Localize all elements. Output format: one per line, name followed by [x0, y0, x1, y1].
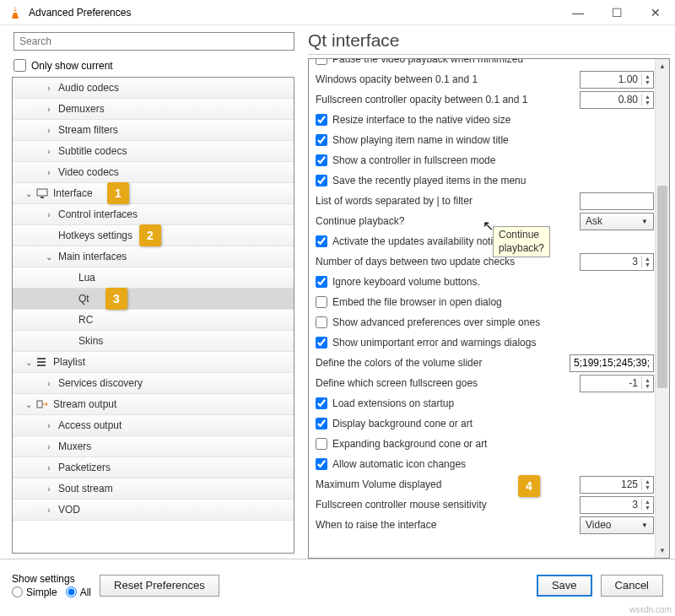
- tree-row-packetizers[interactable]: ›Packetizers: [13, 457, 294, 478]
- chevron-icon[interactable]: ›: [43, 168, 55, 177]
- checkbox-activate_upd[interactable]: [316, 235, 327, 247]
- checkbox-resize[interactable]: [316, 114, 327, 126]
- tree-row-stream-output[interactable]: ⌄Stream output: [13, 394, 294, 415]
- textbox-filter[interactable]: [580, 192, 654, 210]
- spin-up-icon[interactable]: ▲: [642, 377, 653, 383]
- tree-row-playlist[interactable]: ⌄Playlist: [13, 352, 294, 373]
- checkbox-adv_pref[interactable]: [316, 316, 327, 328]
- checkbox-ignore_kb[interactable]: [316, 276, 327, 288]
- spin-down-icon[interactable]: ▼: [642, 484, 653, 490]
- chevron-icon[interactable]: ›: [43, 147, 55, 156]
- tree-row-audio-codecs[interactable]: ›Audio codecs: [13, 78, 294, 99]
- chevron-icon[interactable]: ⌄: [23, 400, 35, 409]
- opt-ignore_kb: Ignore keyboard volume buttons.: [316, 272, 654, 292]
- chevron-icon[interactable]: ›: [43, 105, 55, 114]
- checkbox-show_ctrl_fs[interactable]: [316, 154, 327, 166]
- tree-row-main-interfaces[interactable]: ⌄Main interfaces: [13, 246, 294, 267]
- opt-exp_bg: Expanding background cone or art: [316, 434, 654, 454]
- spinbox-fs_screen[interactable]: -1▲▼: [580, 375, 654, 392]
- opt-embed: Embed the file browser in open dialog: [316, 292, 654, 312]
- spin-down-icon[interactable]: ▼: [642, 262, 653, 267]
- save-button[interactable]: Save: [537, 575, 592, 597]
- search-input[interactable]: [14, 32, 294, 51]
- tree-row-lua[interactable]: Lua: [13, 267, 294, 289]
- settings-panel: Pause the video playback when minimizedW…: [308, 58, 670, 559]
- checkbox-unimportant[interactable]: [316, 337, 327, 349]
- checkbox-show_name[interactable]: [316, 134, 327, 146]
- checkbox-pause_min[interactable]: [316, 59, 327, 65]
- scroll-down-icon[interactable]: ▼: [656, 543, 669, 558]
- tree-row-demuxers[interactable]: ›Demuxers: [13, 99, 294, 120]
- tree-row-video-codecs[interactable]: ›Video codecs: [13, 162, 294, 183]
- spinbox-days[interactable]: 3▲▼: [580, 253, 654, 271]
- spinbox-max_vol[interactable]: 125▲▼: [580, 476, 654, 494]
- tree-row-subtitle-codecs[interactable]: ›Subtitle codecs: [13, 141, 294, 162]
- spin-up-icon[interactable]: ▲: [642, 256, 653, 262]
- tree-row-muxers[interactable]: ›Muxers: [13, 436, 294, 457]
- tree-row-vod[interactable]: ›VOD: [13, 500, 294, 521]
- tree-row-control-interfaces[interactable]: ›Control interfaces: [13, 204, 294, 225]
- only-show-current[interactable]: Only show current: [14, 59, 298, 72]
- chevron-icon[interactable]: ›: [43, 210, 55, 219]
- spin-down-icon[interactable]: ▼: [642, 505, 653, 511]
- tree-row-services-discovery[interactable]: ›Services discovery: [13, 373, 294, 394]
- tree-row-interface[interactable]: ⌄Interface1: [13, 183, 294, 204]
- label-mouse_sens: Fullscreen controller mouse sensitivity: [316, 499, 575, 511]
- checkbox-save_recent[interactable]: [316, 175, 327, 186]
- radio-simple[interactable]: Simple: [12, 586, 57, 598]
- tree-row-hotkeys-settings[interactable]: Hotkeys settings2: [13, 225, 294, 246]
- radio-all[interactable]: All: [66, 586, 91, 598]
- scroll-up-icon[interactable]: ▲: [656, 59, 669, 73]
- combo-cont_play[interactable]: Ask▼: [580, 213, 654, 230]
- tree-label: Control interfaces: [55, 208, 138, 220]
- spinbox-fs_opacity[interactable]: 0.80▲▼: [580, 91, 654, 109]
- cancel-button[interactable]: Cancel: [601, 575, 663, 597]
- tree-label: Services discovery: [55, 377, 143, 389]
- chevron-icon[interactable]: ⌄: [23, 358, 35, 367]
- checkbox-bg_cone[interactable]: [316, 418, 327, 430]
- spin-down-icon[interactable]: ▼: [642, 79, 653, 85]
- chevron-icon[interactable]: ›: [43, 463, 55, 473]
- chevron-icon[interactable]: ⌄: [23, 189, 35, 198]
- label-embed: Embed the file browser in open dialog: [332, 296, 654, 308]
- spin-up-icon[interactable]: ▲: [642, 94, 653, 100]
- combo-raise[interactable]: Video▼: [580, 516, 654, 534]
- chevron-icon[interactable]: ›: [43, 484, 55, 494]
- checkbox-exp_bg[interactable]: [316, 438, 327, 450]
- scroll-thumb[interactable]: [657, 186, 667, 388]
- opt-raise: When to raise the interfaceVideo▼: [316, 515, 654, 535]
- chevron-icon[interactable]: ›: [43, 421, 55, 430]
- tree-row-rc[interactable]: RC: [13, 310, 294, 331]
- tree-row-access-output[interactable]: ›Access output: [13, 415, 294, 436]
- tree-row-stream-filters[interactable]: ›Stream filters: [13, 120, 294, 141]
- textbox-vol_colors[interactable]: [570, 354, 654, 372]
- checkbox-embed[interactable]: [316, 296, 327, 308]
- chevron-icon[interactable]: ⌄: [43, 252, 55, 262]
- watermark: wsxdn.com: [629, 605, 672, 614]
- spinbox-mouse_sens[interactable]: 3▲▼: [580, 496, 654, 514]
- tree-row-skins[interactable]: Skins: [13, 331, 294, 352]
- spin-up-icon[interactable]: ▲: [642, 499, 653, 505]
- maximize-button[interactable]: ☐: [597, 0, 636, 25]
- minimize-button[interactable]: —: [559, 0, 597, 25]
- spin-down-icon[interactable]: ▼: [642, 100, 653, 105]
- tree-label: Subtitle codecs: [55, 145, 127, 157]
- reset-button[interactable]: Reset Preferences: [100, 575, 219, 597]
- close-button[interactable]: ✕: [636, 0, 675, 25]
- chevron-icon[interactable]: ›: [43, 442, 55, 451]
- scrollbar[interactable]: ▲ ▼: [655, 59, 669, 558]
- only-show-checkbox[interactable]: [14, 59, 26, 72]
- checkbox-load_ext[interactable]: [316, 397, 327, 409]
- chevron-icon[interactable]: ›: [43, 505, 55, 515]
- spin-up-icon[interactable]: ▲: [642, 73, 653, 79]
- annotation-badge-3: 3: [105, 288, 127, 310]
- spinbox-win_opacity[interactable]: 1.00▲▼: [580, 71, 654, 89]
- spin-up-icon[interactable]: ▲: [642, 478, 653, 484]
- chevron-icon[interactable]: ›: [43, 379, 55, 388]
- tree-row-sout-stream[interactable]: ›Sout stream: [13, 478, 294, 500]
- chevron-icon[interactable]: ›: [43, 84, 55, 93]
- tree-row-qt[interactable]: Qt3: [13, 289, 294, 310]
- checkbox-auto_icon[interactable]: [316, 458, 327, 470]
- chevron-icon[interactable]: ›: [43, 126, 55, 135]
- spin-down-icon[interactable]: ▼: [642, 383, 653, 389]
